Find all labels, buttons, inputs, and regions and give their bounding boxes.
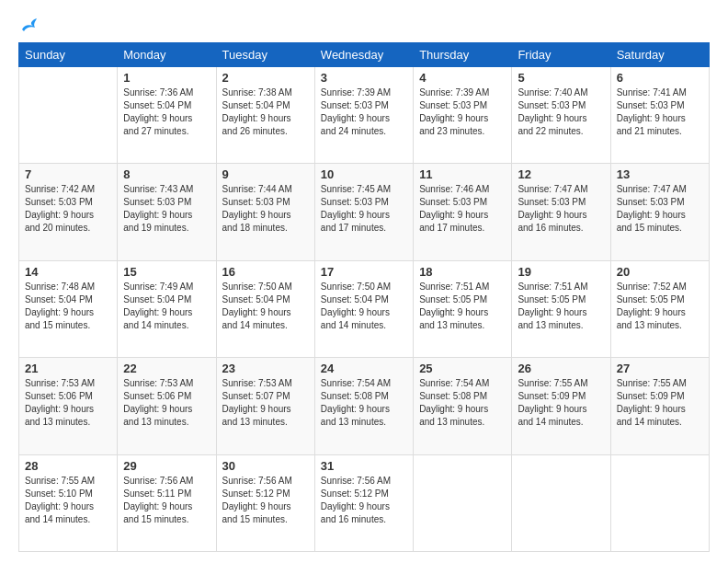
- calendar-cell: 29Sunrise: 7:56 AM Sunset: 5:11 PM Dayli…: [118, 454, 216, 551]
- calendar-cell: 22Sunrise: 7:53 AM Sunset: 5:06 PM Dayli…: [118, 358, 216, 454]
- calendar-cell: 8Sunrise: 7:43 AM Sunset: 5:03 PM Daylig…: [118, 164, 216, 260]
- weekday-header-thursday: Thursday: [414, 43, 512, 67]
- calendar-cell: 24Sunrise: 7:54 AM Sunset: 5:08 PM Dayli…: [314, 358, 413, 454]
- calendar-week-row: 7Sunrise: 7:42 AM Sunset: 5:03 PM Daylig…: [19, 164, 710, 260]
- day-number: 5: [518, 71, 604, 85]
- calendar-week-row: 14Sunrise: 7:48 AM Sunset: 5:04 PM Dayli…: [19, 260, 710, 357]
- day-number: 6: [617, 71, 703, 85]
- calendar-cell: [512, 454, 610, 551]
- day-number: 18: [419, 265, 506, 279]
- calendar-cell: 27Sunrise: 7:55 AM Sunset: 5:09 PM Dayli…: [610, 358, 709, 454]
- calendar-cell: 19Sunrise: 7:51 AM Sunset: 5:05 PM Dayli…: [512, 260, 610, 357]
- calendar-cell: 1Sunrise: 7:36 AM Sunset: 5:04 PM Daylig…: [118, 67, 216, 164]
- calendar-cell: 12Sunrise: 7:47 AM Sunset: 5:03 PM Dayli…: [512, 164, 610, 260]
- day-info: Sunrise: 7:51 AM Sunset: 5:05 PM Dayligh…: [518, 281, 604, 332]
- day-number: 24: [321, 362, 407, 375]
- day-info: Sunrise: 7:56 AM Sunset: 5:12 PM Dayligh…: [222, 475, 309, 526]
- day-number: 2: [222, 71, 309, 85]
- day-info: Sunrise: 7:45 AM Sunset: 5:03 PM Dayligh…: [321, 183, 407, 235]
- calendar-cell: 18Sunrise: 7:51 AM Sunset: 5:05 PM Dayli…: [414, 260, 512, 357]
- calendar-cell: 21Sunrise: 7:53 AM Sunset: 5:06 PM Dayli…: [19, 358, 118, 454]
- calendar-cell: 31Sunrise: 7:56 AM Sunset: 5:12 PM Dayli…: [314, 454, 413, 551]
- calendar-cell: 5Sunrise: 7:40 AM Sunset: 5:03 PM Daylig…: [512, 67, 610, 164]
- weekday-header-friday: Friday: [512, 43, 610, 67]
- calendar-week-row: 28Sunrise: 7:55 AM Sunset: 5:10 PM Dayli…: [19, 454, 710, 551]
- day-info: Sunrise: 7:41 AM Sunset: 5:03 PM Dayligh…: [617, 86, 703, 138]
- day-info: Sunrise: 7:55 AM Sunset: 5:09 PM Dayligh…: [518, 377, 604, 429]
- day-number: 9: [222, 167, 309, 181]
- day-number: 15: [123, 265, 210, 279]
- day-number: 30: [222, 459, 309, 473]
- day-info: Sunrise: 7:56 AM Sunset: 5:11 PM Dayligh…: [123, 475, 210, 526]
- day-info: Sunrise: 7:47 AM Sunset: 5:03 PM Dayligh…: [617, 183, 703, 235]
- calendar-cell: 14Sunrise: 7:48 AM Sunset: 5:04 PM Dayli…: [19, 260, 118, 357]
- calendar-table: SundayMondayTuesdayWednesdayThursdayFrid…: [18, 42, 710, 552]
- day-number: 25: [419, 362, 506, 375]
- day-number: 8: [123, 167, 210, 181]
- day-info: Sunrise: 7:55 AM Sunset: 5:10 PM Dayligh…: [25, 475, 111, 526]
- calendar-cell: 28Sunrise: 7:55 AM Sunset: 5:10 PM Dayli…: [19, 454, 118, 551]
- logo-bird-icon: [20, 17, 40, 33]
- weekday-header-wednesday: Wednesday: [314, 43, 413, 67]
- weekday-header-sunday: Sunday: [19, 43, 118, 67]
- day-number: 10: [321, 167, 407, 181]
- header: [18, 17, 710, 33]
- calendar-cell: 11Sunrise: 7:46 AM Sunset: 5:03 PM Dayli…: [414, 164, 512, 260]
- day-info: Sunrise: 7:44 AM Sunset: 5:03 PM Dayligh…: [222, 183, 309, 235]
- calendar-cell: 10Sunrise: 7:45 AM Sunset: 5:03 PM Dayli…: [314, 164, 413, 260]
- calendar-cell: 16Sunrise: 7:50 AM Sunset: 5:04 PM Dayli…: [216, 260, 314, 357]
- day-info: Sunrise: 7:52 AM Sunset: 5:05 PM Dayligh…: [617, 281, 703, 332]
- day-number: 14: [25, 265, 111, 279]
- day-info: Sunrise: 7:50 AM Sunset: 5:04 PM Dayligh…: [321, 281, 407, 332]
- day-number: 11: [419, 167, 506, 181]
- day-number: 16: [222, 265, 309, 279]
- day-number: 29: [123, 459, 210, 473]
- day-number: 7: [25, 167, 111, 181]
- day-info: Sunrise: 7:54 AM Sunset: 5:08 PM Dayligh…: [419, 377, 506, 429]
- weekday-header-saturday: Saturday: [610, 43, 709, 67]
- calendar-cell: [610, 454, 709, 551]
- day-info: Sunrise: 7:56 AM Sunset: 5:12 PM Dayligh…: [321, 475, 407, 526]
- day-number: 23: [222, 362, 309, 375]
- calendar-cell: 13Sunrise: 7:47 AM Sunset: 5:03 PM Dayli…: [610, 164, 709, 260]
- calendar-cell: [414, 454, 512, 551]
- day-info: Sunrise: 7:38 AM Sunset: 5:04 PM Dayligh…: [222, 86, 309, 138]
- logo: [18, 17, 40, 33]
- day-info: Sunrise: 7:50 AM Sunset: 5:04 PM Dayligh…: [222, 281, 309, 332]
- weekday-header-tuesday: Tuesday: [216, 43, 314, 67]
- day-number: 13: [617, 167, 703, 181]
- day-info: Sunrise: 7:51 AM Sunset: 5:05 PM Dayligh…: [419, 281, 506, 332]
- calendar-cell: 30Sunrise: 7:56 AM Sunset: 5:12 PM Dayli…: [216, 454, 314, 551]
- day-number: 21: [25, 362, 111, 375]
- day-number: 31: [321, 459, 407, 473]
- calendar-week-row: 1Sunrise: 7:36 AM Sunset: 5:04 PM Daylig…: [19, 67, 710, 164]
- calendar-cell: 9Sunrise: 7:44 AM Sunset: 5:03 PM Daylig…: [216, 164, 314, 260]
- day-number: 26: [518, 362, 604, 375]
- day-number: 28: [25, 459, 111, 473]
- day-number: 3: [321, 71, 407, 85]
- day-number: 20: [617, 265, 703, 279]
- day-number: 17: [321, 265, 407, 279]
- day-info: Sunrise: 7:53 AM Sunset: 5:06 PM Dayligh…: [123, 377, 210, 429]
- calendar-cell: 20Sunrise: 7:52 AM Sunset: 5:05 PM Dayli…: [610, 260, 709, 357]
- calendar-cell: 6Sunrise: 7:41 AM Sunset: 5:03 PM Daylig…: [610, 67, 709, 164]
- day-number: 27: [617, 362, 703, 375]
- weekday-header-monday: Monday: [118, 43, 216, 67]
- day-info: Sunrise: 7:48 AM Sunset: 5:04 PM Dayligh…: [25, 281, 111, 332]
- calendar-week-row: 21Sunrise: 7:53 AM Sunset: 5:06 PM Dayli…: [19, 358, 710, 454]
- day-info: Sunrise: 7:39 AM Sunset: 5:03 PM Dayligh…: [419, 86, 506, 138]
- calendar-cell: 3Sunrise: 7:39 AM Sunset: 5:03 PM Daylig…: [314, 67, 413, 164]
- day-number: 19: [518, 265, 604, 279]
- day-info: Sunrise: 7:53 AM Sunset: 5:07 PM Dayligh…: [222, 377, 309, 429]
- day-number: 4: [419, 71, 506, 85]
- day-number: 12: [518, 167, 604, 181]
- day-info: Sunrise: 7:36 AM Sunset: 5:04 PM Dayligh…: [123, 86, 210, 138]
- calendar-cell: 17Sunrise: 7:50 AM Sunset: 5:04 PM Dayli…: [314, 260, 413, 357]
- calendar-cell: [19, 67, 118, 164]
- calendar-cell: 23Sunrise: 7:53 AM Sunset: 5:07 PM Dayli…: [216, 358, 314, 454]
- calendar-cell: 4Sunrise: 7:39 AM Sunset: 5:03 PM Daylig…: [414, 67, 512, 164]
- weekday-header-row: SundayMondayTuesdayWednesdayThursdayFrid…: [19, 43, 710, 67]
- day-info: Sunrise: 7:55 AM Sunset: 5:09 PM Dayligh…: [617, 377, 703, 429]
- day-info: Sunrise: 7:54 AM Sunset: 5:08 PM Dayligh…: [321, 377, 407, 429]
- page: SundayMondayTuesdayWednesdayThursdayFrid…: [0, 0, 728, 563]
